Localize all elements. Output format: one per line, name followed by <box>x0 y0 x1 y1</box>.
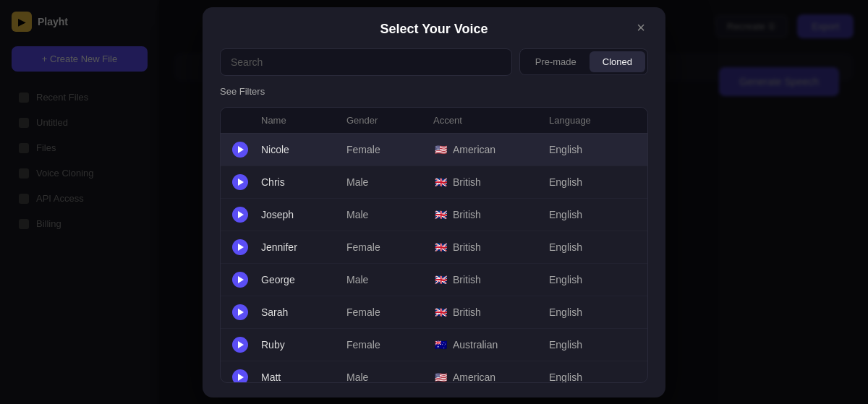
voice-accent: 🇺🇸 American <box>433 370 549 382</box>
voice-name: Nicole <box>261 144 346 155</box>
flag-icon: 🇬🇧 <box>433 240 448 254</box>
play-icon <box>238 309 244 316</box>
voice-name: Ruby <box>261 339 346 351</box>
voice-language: English <box>549 274 636 285</box>
voice-language: English <box>549 176 636 188</box>
modal-header: Select Your Voice × <box>203 7 665 48</box>
play-icon <box>238 244 244 251</box>
modal-title: Select Your Voice <box>380 22 488 37</box>
accent-label: American <box>453 144 495 155</box>
voice-gender: Male <box>346 371 433 382</box>
flag-icon: 🇦🇺 <box>433 338 448 352</box>
voice-accent: 🇬🇧 British <box>433 207 549 222</box>
voice-accent: 🇬🇧 British <box>433 175 549 189</box>
play-button[interactable] <box>232 142 248 158</box>
voice-language: English <box>549 371 636 382</box>
modal-overlay[interactable]: Select Your Voice × Pre-made Cloned See … <box>0 0 868 404</box>
flag-icon: 🇬🇧 <box>433 175 448 189</box>
voice-language: English <box>549 339 636 351</box>
play-button[interactable] <box>232 239 248 255</box>
voice-gender: Male <box>346 274 433 285</box>
flag-icon: 🇺🇸 <box>433 142 448 157</box>
play-button[interactable] <box>232 369 248 382</box>
play-button[interactable] <box>232 207 248 223</box>
table-body: Nicole Female 🇺🇸 American English Chris … <box>221 134 647 382</box>
accent-label: American <box>453 371 495 382</box>
tab-premade[interactable]: Pre-made <box>522 51 590 72</box>
accent-label: British <box>453 176 481 188</box>
tab-cloned[interactable]: Cloned <box>590 51 645 72</box>
voice-language: English <box>549 241 636 253</box>
play-icon <box>238 211 244 218</box>
accent-label: British <box>453 274 481 285</box>
voice-accent: 🇬🇧 British <box>433 240 549 254</box>
flag-icon: 🇬🇧 <box>433 272 448 287</box>
play-button[interactable] <box>232 304 248 320</box>
header-name: Name <box>261 115 346 126</box>
play-icon <box>238 341 244 348</box>
voice-accent: 🇬🇧 British <box>433 272 549 287</box>
voice-type-tabs: Pre-made Cloned <box>519 48 648 75</box>
select-voice-modal: Select Your Voice × Pre-made Cloned See … <box>203 7 665 397</box>
modal-close-button[interactable]: × <box>631 17 651 38</box>
voice-gender: Female <box>346 306 433 318</box>
modal-controls: Pre-made Cloned <box>220 48 648 76</box>
voice-accent: 🇦🇺 Australian <box>433 338 549 352</box>
header-accent: Accent <box>433 115 549 126</box>
table-row[interactable]: Matt Male 🇺🇸 American English <box>221 361 647 382</box>
voice-gender: Female <box>346 339 433 351</box>
voice-language: English <box>549 144 636 155</box>
voice-name: Joseph <box>261 209 346 220</box>
header-gender: Gender <box>346 115 433 126</box>
table-row[interactable]: Ruby Female 🇦🇺 Australian English <box>221 329 647 361</box>
voice-name: George <box>261 274 346 285</box>
table-header: Name Gender Accent Language <box>221 108 647 134</box>
play-icon <box>238 146 244 153</box>
table-row[interactable]: Nicole Female 🇺🇸 American English <box>221 134 647 166</box>
accent-label: British <box>453 241 481 253</box>
play-button[interactable] <box>232 174 248 190</box>
voice-gender: Female <box>346 241 433 253</box>
voice-gender: Male <box>346 209 433 220</box>
search-input[interactable] <box>220 48 512 76</box>
header-play <box>232 115 261 126</box>
flag-icon: 🇺🇸 <box>433 370 448 382</box>
accent-label: British <box>453 306 481 318</box>
play-icon <box>238 374 244 381</box>
modal-body: Pre-made Cloned See Filters Name Gender … <box>203 48 665 397</box>
voice-gender: Male <box>346 176 433 188</box>
voice-gender: Female <box>346 144 433 155</box>
flag-icon: 🇬🇧 <box>433 305 448 319</box>
voice-language: English <box>549 306 636 318</box>
play-icon <box>238 276 244 283</box>
table-row[interactable]: Joseph Male 🇬🇧 British English <box>221 199 647 231</box>
voice-name: Jennifer <box>261 241 346 253</box>
voice-name: Matt <box>261 371 346 382</box>
voice-table: Name Gender Accent Language Nicole Femal… <box>220 107 648 383</box>
voice-accent: 🇺🇸 American <box>433 142 549 157</box>
table-row[interactable]: George Male 🇬🇧 British English <box>221 264 647 296</box>
table-row[interactable]: Chris Male 🇬🇧 British English <box>221 166 647 199</box>
voice-accent: 🇬🇧 British <box>433 305 549 319</box>
flag-icon: 🇬🇧 <box>433 207 448 222</box>
play-button[interactable] <box>232 337 248 353</box>
accent-label: Australian <box>453 339 498 351</box>
voice-name: Chris <box>261 176 346 188</box>
voice-language: English <box>549 209 636 220</box>
voice-name: Sarah <box>261 306 346 318</box>
table-row[interactable]: Jennifer Female 🇬🇧 British English <box>221 231 647 264</box>
header-language: Language <box>549 115 636 126</box>
play-button[interactable] <box>232 272 248 288</box>
accent-label: British <box>453 209 481 220</box>
play-icon <box>238 179 244 186</box>
see-filters-link[interactable]: See Filters <box>220 86 648 97</box>
table-row[interactable]: Sarah Female 🇬🇧 British English <box>221 296 647 329</box>
